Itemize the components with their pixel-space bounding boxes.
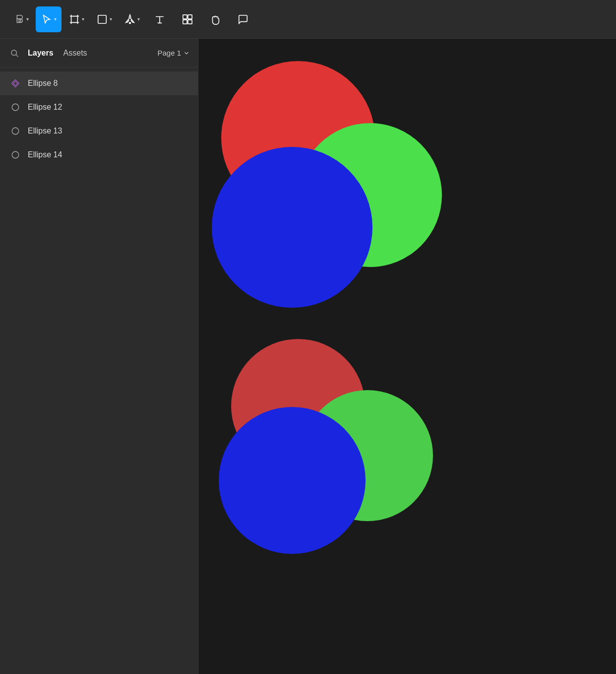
layer-item-ellipse13[interactable]: Ellipse 13 [0, 119, 198, 143]
frame-chevron: ▾ [82, 16, 84, 22]
svg-point-18 [12, 128, 19, 135]
layer-label-ellipse13: Ellipse 13 [28, 127, 62, 135]
components-icon [182, 14, 193, 25]
text-icon [154, 14, 165, 25]
main-area: Layers Assets Page 1 Ellipse 8 [0, 39, 616, 674]
layer-label-ellipse14: Ellipse 14 [28, 150, 62, 159]
components-tool-button[interactable] [175, 6, 200, 32]
chevron-down-icon [183, 50, 190, 57]
select-chevron: ▾ [54, 16, 57, 22]
layer-label-ellipse12: Ellipse 12 [28, 103, 62, 112]
shape-tool-button[interactable]: ▾ [91, 6, 117, 32]
layer-item-ellipse8[interactable]: Ellipse 8 [0, 71, 198, 95]
layer-item-ellipse14[interactable]: Ellipse 14 [0, 143, 198, 167]
hand-icon [210, 14, 221, 25]
page-selector-button[interactable]: Page 1 [157, 49, 190, 57]
component-icon [10, 78, 21, 89]
figma-chevron: ▾ [26, 16, 29, 22]
comment-tool-button[interactable] [230, 6, 256, 32]
svg-point-15 [11, 50, 17, 56]
layer-list: Ellipse 8 Ellipse 12 Ellipse 13 [0, 67, 198, 171]
comment-icon [238, 14, 248, 25]
figma-logo-button[interactable]: ▾ [8, 6, 34, 32]
ellipse-icon-13 [10, 126, 21, 136]
svg-point-17 [12, 104, 19, 111]
svg-line-16 [16, 55, 18, 57]
ellipse-icon-14 [10, 149, 21, 160]
svg-rect-0 [71, 16, 77, 22]
frame-tool-button[interactable]: ▾ [63, 6, 89, 32]
svg-rect-9 [98, 15, 106, 23]
shape-chevron: ▾ [110, 16, 112, 22]
search-icon [10, 49, 19, 58]
sidebar: Layers Assets Page 1 Ellipse 8 [0, 39, 198, 674]
svg-rect-14 [188, 19, 192, 23]
canvas-blue-circle-bottom [219, 407, 366, 554]
svg-rect-12 [188, 14, 192, 18]
pen-tool-button[interactable]: ▾ [119, 6, 145, 32]
canvas-svg [198, 39, 616, 674]
hand-tool-button[interactable] [202, 6, 228, 32]
layer-item-ellipse12[interactable]: Ellipse 12 [0, 95, 198, 119]
figma-icon [13, 14, 24, 25]
search-button[interactable] [8, 47, 21, 60]
canvas[interactable] [198, 39, 616, 674]
toolbar: ▾ ▾ ▾ ▾ [0, 0, 616, 39]
sidebar-header: Layers Assets Page 1 [0, 39, 198, 67]
svg-point-10 [129, 22, 130, 23]
svg-rect-11 [183, 14, 187, 18]
layer-label-ellipse8: Ellipse 8 [28, 79, 58, 88]
pen-chevron: ▾ [137, 16, 140, 22]
assets-tab[interactable]: Assets [61, 47, 90, 60]
frame-icon [69, 14, 80, 25]
pen-icon [124, 14, 135, 25]
svg-point-19 [12, 151, 19, 158]
text-tool-button[interactable] [147, 6, 173, 32]
layers-tab[interactable]: Layers [25, 47, 57, 60]
ellipse-icon-12 [10, 102, 21, 113]
select-tool-button[interactable]: ▾ [36, 6, 62, 32]
rect-icon [97, 14, 108, 25]
page-label: Page 1 [157, 49, 181, 57]
canvas-blue-circle-top [212, 147, 372, 308]
svg-rect-13 [183, 19, 187, 23]
cursor-icon [41, 14, 52, 25]
